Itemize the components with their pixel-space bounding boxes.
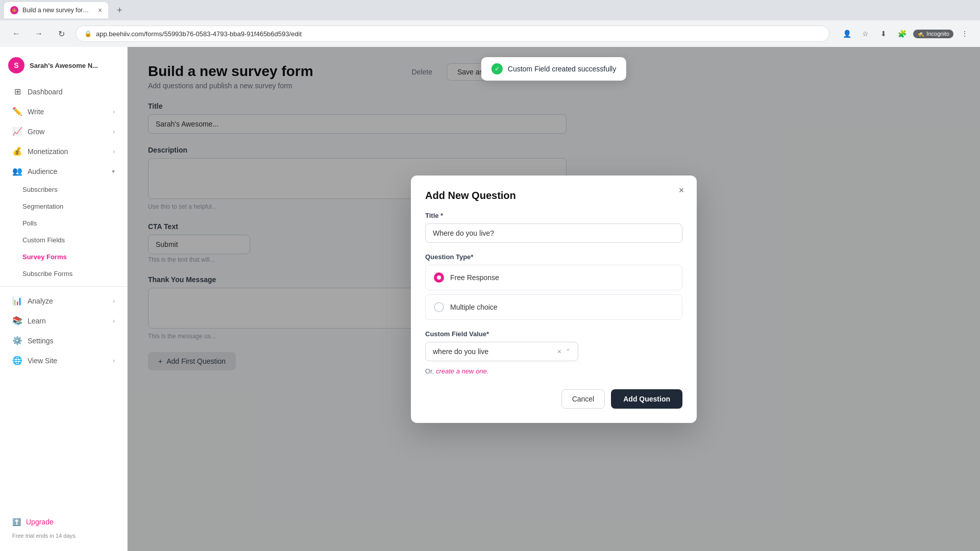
tab-favicon: 🐝 bbox=[10, 6, 18, 14]
custom-field-clear-icon[interactable]: × bbox=[557, 347, 561, 356]
cancel-button[interactable]: Cancel bbox=[561, 389, 605, 409]
sidebar-label-view-site: View Site bbox=[28, 357, 57, 365]
sidebar-item-subscribe-forms[interactable]: Subscribe Forms bbox=[4, 266, 123, 282]
view-site-chevron-icon: › bbox=[113, 357, 115, 364]
sidebar-item-grow[interactable]: 📈 Grow › bbox=[4, 122, 123, 141]
sidebar-item-dashboard[interactable]: ⊞ Dashboard bbox=[4, 82, 123, 101]
add-question-button[interactable]: Add Question bbox=[611, 389, 682, 409]
sidebar-label-learn: Learn bbox=[28, 317, 46, 325]
address-bar-row: ← → ↻ 🔒 app.beehiiv.com/forms/55993b76-0… bbox=[0, 20, 980, 47]
subscribe-forms-label: Subscribe Forms bbox=[22, 270, 72, 278]
question-type-section: Question Type* Free Response Multiple ch… bbox=[425, 253, 682, 320]
sidebar-label-grow: Grow bbox=[28, 128, 44, 136]
sidebar-label-audience: Audience bbox=[28, 167, 57, 176]
custom-fields-label: Custom Fields bbox=[22, 236, 65, 244]
modal-overlay[interactable]: × Add New Question Title * Question Type… bbox=[128, 47, 980, 551]
sidebar-item-survey-forms[interactable]: Survey Forms bbox=[4, 249, 123, 265]
question-type-free-response[interactable]: Free Response bbox=[425, 265, 682, 290]
forward-button[interactable]: → bbox=[31, 26, 47, 42]
custom-field-value: where do you live bbox=[433, 347, 553, 356]
sidebar-label-dashboard: Dashboard bbox=[28, 88, 63, 96]
checkmark-icon: ✓ bbox=[495, 65, 500, 72]
sidebar-item-custom-fields[interactable]: Custom Fields bbox=[4, 232, 123, 248]
profile-icon[interactable]: 👤 bbox=[840, 27, 854, 41]
address-bar[interactable]: 🔒 app.beehiiv.com/forms/55993b76-0583-47… bbox=[76, 26, 829, 42]
incognito-badge: 🕵 Incognito bbox=[913, 30, 953, 38]
browser-toolbar-icons: 👤 ☆ ⬇ 🧩 🕵 Incognito ⋮ bbox=[840, 27, 972, 41]
write-chevron-icon: › bbox=[113, 108, 115, 115]
sidebar-brand[interactable]: S Sarah's Awesome N... bbox=[0, 53, 127, 82]
download-icon[interactable]: ⬇ bbox=[876, 27, 891, 41]
sidebar-item-audience[interactable]: 👥 Audience ▾ bbox=[4, 162, 123, 181]
custom-field-chevron-icon: ⌃ bbox=[566, 348, 571, 355]
modal-footer: Cancel Add Question bbox=[425, 389, 682, 409]
modal-title-label: Title * bbox=[425, 212, 682, 219]
dashboard-icon: ⊞ bbox=[12, 87, 22, 96]
reload-button[interactable]: ↻ bbox=[53, 26, 69, 42]
bookmark-icon[interactable]: ☆ bbox=[858, 27, 872, 41]
segmentation-label: Segmentation bbox=[22, 203, 63, 210]
toast-success-icon: ✓ bbox=[492, 63, 503, 74]
question-type-label: Question Type* bbox=[425, 253, 682, 261]
subscribers-label: Subscribers bbox=[22, 186, 58, 193]
or-create-text: Or, create a new one. bbox=[425, 367, 682, 375]
toast-notification: ✓ Custom Field created successfully bbox=[481, 57, 626, 81]
audience-chevron-icon: ▾ bbox=[112, 168, 115, 175]
sidebar-item-settings[interactable]: ⚙️ Settings bbox=[4, 331, 123, 350]
menu-icon[interactable]: ⋮ bbox=[958, 27, 972, 41]
modal-title: Add New Question bbox=[425, 190, 682, 202]
create-new-link[interactable]: create a new one. bbox=[436, 367, 488, 375]
modal-title-input[interactable] bbox=[425, 223, 682, 243]
sidebar-label-settings: Settings bbox=[28, 337, 54, 345]
settings-icon: ⚙️ bbox=[12, 336, 22, 345]
learn-chevron-icon: › bbox=[113, 317, 115, 324]
custom-field-label: Custom Field Value* bbox=[425, 330, 682, 338]
add-question-modal: × Add New Question Title * Question Type… bbox=[411, 176, 697, 423]
upgrade-note: Free trial ends in 14 days. bbox=[4, 531, 123, 541]
sidebar-item-segmentation[interactable]: Segmentation bbox=[4, 198, 123, 214]
sidebar-label-write: Write bbox=[28, 108, 44, 116]
browser-titlebar: 🐝 Build a new survey form - Sarah... × + bbox=[0, 0, 980, 20]
multiple-choice-label: Multiple choice bbox=[450, 303, 498, 311]
lock-icon: 🔒 bbox=[84, 30, 92, 37]
free-response-label: Free Response bbox=[450, 273, 499, 282]
browser-window: 🐝 Build a new survey form - Sarah... × +… bbox=[0, 0, 980, 551]
sidebar-bottom: ⬆️ Upgrade Free trial ends in 14 days. bbox=[0, 509, 127, 545]
sidebar-item-monetization[interactable]: 💰 Monetization › bbox=[4, 142, 123, 161]
brand-icon: S bbox=[8, 57, 24, 73]
sidebar-divider bbox=[0, 286, 127, 287]
sidebar-item-subscribers[interactable]: Subscribers bbox=[4, 182, 123, 197]
app-layout: S Sarah's Awesome N... ⊞ Dashboard ✏️ Wr… bbox=[0, 47, 980, 551]
sidebar: S Sarah's Awesome N... ⊞ Dashboard ✏️ Wr… bbox=[0, 47, 128, 551]
modal-title-field: Title * bbox=[425, 212, 682, 243]
sidebar-label-monetization: Monetization bbox=[28, 147, 68, 156]
sidebar-item-write[interactable]: ✏️ Write › bbox=[4, 102, 123, 121]
sidebar-item-analyze[interactable]: 📊 Analyze › bbox=[4, 291, 123, 310]
audience-icon: 👥 bbox=[12, 166, 22, 176]
write-icon: ✏️ bbox=[12, 107, 22, 116]
custom-field-section: Custom Field Value* where do you live × … bbox=[425, 330, 682, 375]
sidebar-item-polls[interactable]: Polls bbox=[4, 215, 123, 231]
address-text: app.beehiiv.com/forms/55993b76-0583-4793… bbox=[96, 30, 302, 38]
custom-field-dropdown[interactable]: where do you live × ⌃ bbox=[425, 342, 578, 361]
toast-message: Custom Field created successfully bbox=[508, 65, 616, 73]
sidebar-label-analyze: Analyze bbox=[28, 297, 53, 305]
tab-close-button[interactable]: × bbox=[98, 6, 102, 14]
new-tab-button[interactable]: + bbox=[112, 3, 127, 17]
sidebar-item-learn[interactable]: 📚 Learn › bbox=[4, 311, 123, 330]
analyze-chevron-icon: › bbox=[113, 297, 115, 305]
analyze-icon: 📊 bbox=[12, 296, 22, 306]
modal-close-button[interactable]: × bbox=[674, 184, 689, 198]
multiple-choice-radio bbox=[434, 302, 444, 312]
incognito-icon: 🕵 bbox=[917, 31, 924, 37]
learn-icon: 📚 bbox=[12, 316, 22, 325]
free-response-radio bbox=[434, 272, 444, 283]
upgrade-label: Upgrade bbox=[26, 518, 54, 526]
extensions-icon[interactable]: 🧩 bbox=[895, 27, 909, 41]
question-type-multiple-choice[interactable]: Multiple choice bbox=[425, 294, 682, 320]
browser-tab[interactable]: 🐝 Build a new survey form - Sarah... × bbox=[4, 2, 108, 18]
upgrade-button[interactable]: ⬆️ Upgrade bbox=[4, 513, 123, 531]
tab-title: Build a new survey form - Sarah... bbox=[22, 7, 94, 14]
back-button[interactable]: ← bbox=[8, 26, 24, 42]
sidebar-item-view-site[interactable]: 🌐 View Site › bbox=[4, 351, 123, 370]
